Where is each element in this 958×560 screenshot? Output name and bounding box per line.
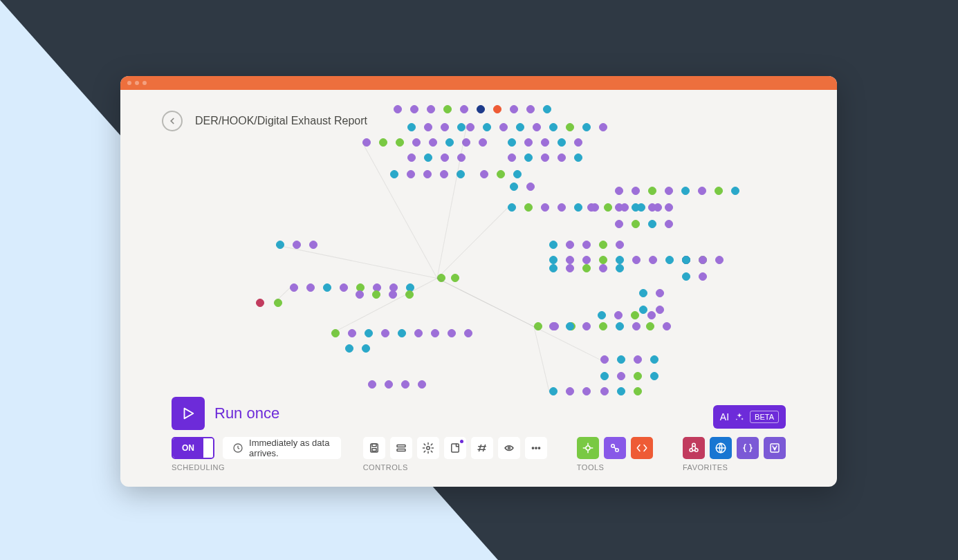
scenario-node[interactable] bbox=[410, 105, 418, 113]
scenario-node[interactable] bbox=[541, 153, 549, 162]
scenario-node[interactable] bbox=[541, 203, 549, 212]
scenario-node[interactable] bbox=[390, 170, 398, 178]
scenario-node[interactable] bbox=[448, 329, 456, 337]
scenario-node[interactable] bbox=[340, 283, 348, 292]
scenario-node[interactable] bbox=[510, 183, 518, 191]
scenario-node[interactable] bbox=[632, 187, 640, 195]
scenario-node[interactable] bbox=[648, 220, 656, 228]
scenario-node[interactable] bbox=[650, 355, 658, 364]
scenario-node[interactable] bbox=[431, 329, 439, 337]
scenario-node[interactable] bbox=[600, 387, 609, 395]
scenario-node[interactable] bbox=[665, 220, 673, 228]
scenario-node[interactable] bbox=[394, 105, 402, 113]
scenario-node[interactable] bbox=[582, 123, 591, 131]
scenario-node[interactable] bbox=[648, 187, 656, 195]
scenario-node[interactable] bbox=[526, 105, 535, 113]
scenario-node[interactable] bbox=[457, 153, 466, 162]
scenario-node[interactable] bbox=[401, 380, 409, 389]
webhook-button[interactable] bbox=[683, 437, 705, 459]
scenario-node[interactable] bbox=[682, 272, 690, 281]
scenario-node[interactable] bbox=[368, 380, 376, 389]
scenario-node[interactable] bbox=[637, 203, 645, 212]
scenario-node[interactable] bbox=[323, 283, 331, 292]
scenario-node[interactable] bbox=[566, 241, 574, 249]
scenario-node[interactable] bbox=[634, 355, 642, 364]
scenario-node[interactable] bbox=[293, 241, 301, 249]
scenario-node[interactable] bbox=[381, 329, 389, 337]
scenario-node[interactable] bbox=[665, 203, 673, 212]
more-button[interactable] bbox=[525, 437, 547, 459]
scenario-node[interactable] bbox=[379, 138, 387, 147]
scenario-canvas[interactable] bbox=[120, 90, 837, 404]
scenario-node[interactable] bbox=[398, 329, 406, 337]
scenario-node[interactable] bbox=[526, 183, 535, 191]
scenario-node[interactable] bbox=[429, 138, 437, 147]
scenario-node[interactable] bbox=[414, 329, 423, 337]
scenario-node[interactable] bbox=[508, 153, 516, 162]
scenario-node[interactable] bbox=[616, 241, 624, 249]
scenario-node[interactable] bbox=[598, 311, 606, 319]
scenario-node[interactable] bbox=[510, 105, 518, 113]
scenario-node[interactable] bbox=[639, 289, 647, 297]
scenario-node[interactable] bbox=[600, 372, 609, 380]
scenario-node[interactable] bbox=[362, 344, 370, 353]
scenario-node[interactable] bbox=[483, 123, 491, 131]
scenario-node[interactable] bbox=[600, 355, 609, 364]
scenario-node[interactable] bbox=[513, 170, 522, 178]
scenario-node[interactable] bbox=[731, 187, 739, 195]
scenario-node[interactable] bbox=[599, 264, 607, 272]
scenario-node[interactable] bbox=[582, 322, 591, 330]
scenario-node[interactable] bbox=[396, 138, 404, 147]
scenario-node[interactable] bbox=[615, 187, 623, 195]
scenario-node[interactable] bbox=[533, 123, 541, 131]
scenario-node[interactable] bbox=[541, 138, 549, 147]
scenario-node[interactable] bbox=[445, 138, 454, 147]
module-button[interactable] bbox=[577, 437, 599, 459]
scenario-node[interactable] bbox=[549, 241, 558, 249]
scenario-node[interactable] bbox=[665, 256, 674, 264]
explain-button[interactable] bbox=[498, 437, 520, 459]
scenario-node[interactable] bbox=[599, 322, 607, 330]
scenario-node[interactable] bbox=[516, 123, 524, 131]
scenario-node[interactable] bbox=[604, 203, 612, 212]
scenario-node[interactable] bbox=[663, 322, 671, 330]
scenario-node[interactable] bbox=[365, 329, 373, 337]
scenario-node[interactable] bbox=[290, 283, 298, 292]
scenario-node[interactable] bbox=[549, 264, 558, 272]
scenario-node[interactable] bbox=[524, 153, 533, 162]
scenario-node[interactable] bbox=[558, 153, 566, 162]
scenario-node[interactable] bbox=[616, 256, 624, 264]
code-button[interactable] bbox=[631, 437, 653, 459]
auto-align-button[interactable] bbox=[471, 437, 493, 459]
scenario-node[interactable] bbox=[649, 256, 657, 264]
scenario-node[interactable] bbox=[306, 283, 315, 292]
scenario-node[interactable] bbox=[407, 170, 415, 178]
scenario-node[interactable] bbox=[574, 203, 582, 212]
scenario-node[interactable] bbox=[566, 322, 574, 330]
scenario-node[interactable] bbox=[524, 203, 533, 212]
scenario-node[interactable] bbox=[656, 289, 664, 297]
scenario-node[interactable] bbox=[407, 123, 416, 131]
scenario-node[interactable] bbox=[457, 123, 466, 131]
scenario-node[interactable] bbox=[524, 138, 533, 147]
office-button[interactable] bbox=[764, 437, 786, 459]
scenario-node[interactable] bbox=[389, 290, 397, 299]
scenario-node[interactable] bbox=[632, 256, 641, 264]
json-button[interactable] bbox=[737, 437, 759, 459]
scenario-node[interactable] bbox=[574, 153, 582, 162]
scenario-node[interactable] bbox=[616, 264, 624, 272]
scenario-node[interactable] bbox=[348, 329, 356, 337]
scenario-node[interactable] bbox=[616, 322, 624, 330]
scenario-node[interactable] bbox=[587, 203, 596, 212]
http-button[interactable] bbox=[710, 437, 732, 459]
scenario-node[interactable] bbox=[574, 138, 582, 147]
scenario-node[interactable] bbox=[646, 322, 654, 330]
scenario-node[interactable] bbox=[309, 241, 317, 249]
scenario-node[interactable] bbox=[632, 220, 640, 228]
scenario-node[interactable] bbox=[566, 387, 574, 395]
scenario-node[interactable] bbox=[614, 311, 623, 319]
scenario-node[interactable] bbox=[615, 220, 623, 228]
scenario-node[interactable] bbox=[441, 153, 449, 162]
save-button[interactable] bbox=[363, 437, 385, 459]
scenario-node[interactable] bbox=[418, 380, 426, 389]
